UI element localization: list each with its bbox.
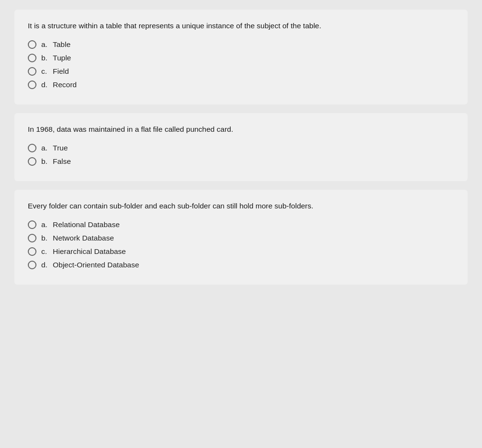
page-container: It is a structure within a table that re…: [0, 0, 482, 448]
option-text: Hierarchical Database: [53, 247, 126, 256]
option-text: Table: [53, 40, 71, 49]
radio-button-icon[interactable]: [28, 40, 36, 49]
option-text: Relational Database: [53, 220, 120, 229]
radio-button-icon[interactable]: [28, 220, 36, 229]
option-letter: d.: [41, 80, 49, 89]
option-letter: d.: [41, 261, 49, 269]
radio-button-icon[interactable]: [28, 261, 36, 269]
list-item[interactable]: b.False: [28, 157, 454, 166]
list-item[interactable]: a.True: [28, 144, 454, 152]
option-text: True: [53, 144, 68, 152]
option-letter: b.: [41, 157, 49, 166]
radio-button-icon[interactable]: [28, 144, 36, 152]
question-block-2: In 1968, data was maintained in a flat f…: [14, 113, 468, 181]
option-text: Field: [53, 67, 69, 76]
question-text-2: In 1968, data was maintained in a flat f…: [28, 124, 454, 135]
list-item[interactable]: b.Network Database: [28, 234, 454, 242]
list-item[interactable]: a.Table: [28, 40, 454, 49]
list-item[interactable]: c.Field: [28, 67, 454, 76]
question-block-3: Every folder can contain sub-folder and …: [14, 190, 468, 285]
option-letter: b.: [41, 234, 49, 242]
list-item[interactable]: d.Record: [28, 80, 454, 89]
option-text: False: [53, 157, 71, 166]
list-item[interactable]: d.Object-Oriented Database: [28, 261, 454, 269]
option-letter: c.: [41, 247, 49, 256]
list-item[interactable]: b.Tuple: [28, 54, 454, 62]
options-list-1: a.Tableb.Tuplec.Fieldd.Record: [28, 40, 454, 89]
radio-button-icon[interactable]: [28, 54, 36, 62]
option-letter: a.: [41, 220, 49, 229]
option-text: Record: [53, 80, 77, 89]
option-text: Tuple: [53, 54, 71, 62]
radio-button-icon[interactable]: [28, 67, 36, 76]
option-text: Network Database: [53, 234, 114, 242]
list-item[interactable]: c.Hierarchical Database: [28, 247, 454, 256]
radio-button-icon[interactable]: [28, 234, 36, 242]
question-text-1: It is a structure within a table that re…: [28, 20, 454, 32]
list-item[interactable]: a.Relational Database: [28, 220, 454, 229]
radio-button-icon[interactable]: [28, 247, 36, 256]
radio-button-icon[interactable]: [28, 80, 36, 89]
option-letter: a.: [41, 144, 49, 152]
options-list-3: a.Relational Databaseb.Network Databasec…: [28, 220, 454, 269]
question-text-3: Every folder can contain sub-folder and …: [28, 200, 454, 212]
options-list-2: a.Trueb.False: [28, 144, 454, 166]
option-text: Object-Oriented Database: [53, 261, 139, 269]
question-block-1: It is a structure within a table that re…: [14, 10, 468, 104]
option-letter: c.: [41, 67, 49, 76]
radio-button-icon[interactable]: [28, 157, 36, 166]
option-letter: b.: [41, 54, 49, 62]
option-letter: a.: [41, 40, 49, 49]
